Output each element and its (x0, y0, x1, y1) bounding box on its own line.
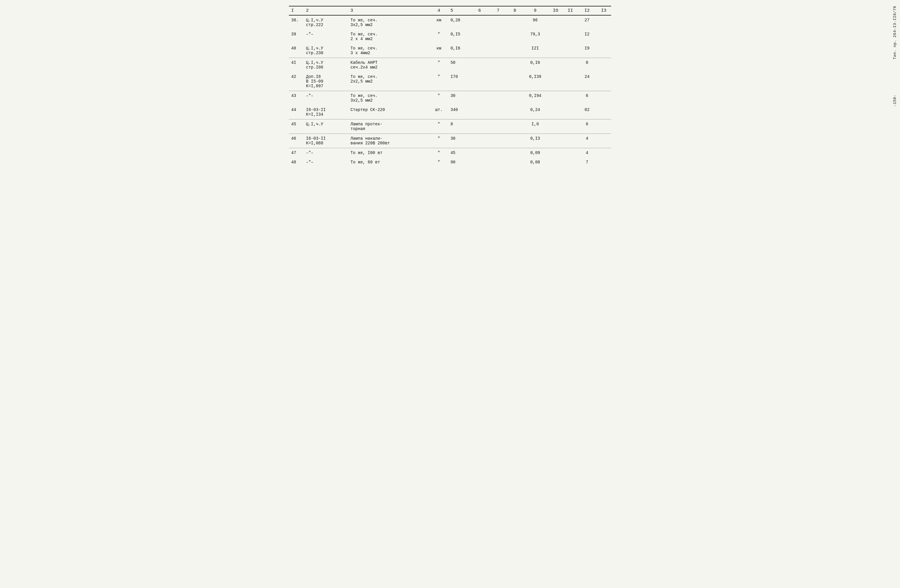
cell-6-col7 (489, 105, 507, 119)
header-col7: 7 (489, 6, 507, 15)
cell-6-col5: 340 (448, 105, 470, 119)
cell-6-col13 (596, 105, 611, 119)
cell-7-col2: Ц.I,ч.У (304, 119, 348, 134)
cell-10-col6 (470, 158, 489, 167)
table-row: 38.Ц.I,ч.Устр.222То же, сеч.3х2,5 мм2км0… (289, 15, 611, 29)
cell-1-col9: 79,3 (522, 29, 548, 43)
cell-0-col9: 96 (522, 15, 548, 29)
cell-4-col4: " (430, 72, 448, 91)
cell-0-col1: 38. (289, 15, 304, 29)
cell-2-col6 (470, 43, 489, 58)
cell-8-col12: 4 (578, 134, 596, 148)
cell-7-col1: 45 (289, 119, 304, 134)
cell-1-col13 (596, 29, 611, 43)
cell-4-col8 (507, 72, 522, 91)
cell-10-col5: 90 (448, 158, 470, 167)
cell-7-col5: 8 (448, 119, 470, 134)
cell-3-col4: " (430, 58, 448, 72)
cell-6-col4: шт. (430, 105, 448, 119)
cell-5-col1: 43 (289, 91, 304, 105)
cell-0-col2: Ц.I,ч.Устр.222 (304, 15, 348, 29)
cell-8-col7 (489, 134, 507, 148)
table-row: 4IЦ.I,ч.Устр.I06Кабель АНРТсеч.2х4 мм2"5… (289, 58, 611, 72)
cell-8-col13 (596, 134, 611, 148)
table-row: 48–"–То же, 60 вт"900,087 (289, 158, 611, 167)
cell-0-col11 (563, 15, 578, 29)
cell-2-col8 (507, 43, 522, 58)
cell-1-col8 (507, 29, 522, 43)
cell-6-col10 (548, 105, 563, 119)
cell-9-col2: –"– (304, 148, 348, 158)
cell-7-col6 (470, 119, 489, 134)
cell-7-col13 (596, 119, 611, 134)
cell-5-col2: –"– (304, 91, 348, 105)
cell-0-col13 (596, 15, 611, 29)
cell-4-col12: 24 (578, 72, 596, 91)
cell-4-col5: I70 (448, 72, 470, 91)
cell-2-col12: I9 (578, 43, 596, 58)
side-label-1: Тип. пр. 264-I3-II8/76 (893, 6, 897, 59)
cell-7-col9: I,0 (522, 119, 548, 134)
header-col6: 6 (470, 6, 489, 15)
cell-9-col7 (489, 148, 507, 158)
cell-9-col8 (507, 148, 522, 158)
table-row: 46I6-03-IIК=I,088Лампа накали-вания 220В… (289, 134, 611, 148)
cell-4-col3: То же, сеч.2х2,5 мм2 (348, 72, 430, 91)
header-col8: 8 (507, 6, 522, 15)
cell-2-col2: Ц.I,ч.Устр.230 (304, 43, 348, 58)
cell-9-col1: 47 (289, 148, 304, 158)
cell-9-col9: 0,09 (522, 148, 548, 158)
cell-1-col11 (563, 29, 578, 43)
cell-6-col12: 82 (578, 105, 596, 119)
cell-0-col12: 27 (578, 15, 596, 29)
cell-2-col4: км (430, 43, 448, 58)
cell-3-col12: 8 (578, 58, 596, 72)
cell-6-col9: 0,24 (522, 105, 548, 119)
cell-10-col10 (548, 158, 563, 167)
cell-10-col7 (489, 158, 507, 167)
cell-7-col11 (563, 119, 578, 134)
cell-8-col3: Лампа накали-вания 220В 200вт (348, 134, 430, 148)
cell-10-col12: 7 (578, 158, 596, 167)
cell-8-col2: I6-03-IIК=I,088 (304, 134, 348, 148)
cell-3-col6 (470, 58, 489, 72)
side-label-2: -150- (893, 94, 897, 107)
cell-7-col3: Лампа протек-торная (348, 119, 430, 134)
cell-3-col9: 0,I6 (522, 58, 548, 72)
cell-1-col6 (470, 29, 489, 43)
cell-5-col13 (596, 91, 611, 105)
cell-0-col10 (548, 15, 563, 29)
cell-3-col1: 4I (289, 58, 304, 72)
cell-2-col13 (596, 43, 611, 58)
cell-6-col3: Стартер СК-220 (348, 105, 430, 119)
cell-0-col7 (489, 15, 507, 29)
cell-3-col3: Кабель АНРТсеч.2х4 мм2 (348, 58, 430, 72)
page-wrapper: I 2 3 4 5 6 7 8 9 IO II I2 I3 38.Ц.I,ч.У… (289, 6, 611, 167)
cell-0-col5: 0,28 (448, 15, 470, 29)
cell-4-col9: 0,I39 (522, 72, 548, 91)
cell-4-col6 (470, 72, 489, 91)
cell-1-col10 (548, 29, 563, 43)
cell-1-col12: I2 (578, 29, 596, 43)
table-row: 44I6-03-IIК=I,I34Стартер СК-220шт.3400,2… (289, 105, 611, 119)
cell-9-col10 (548, 148, 563, 158)
cell-4-col11 (563, 72, 578, 91)
cell-3-col7 (489, 58, 507, 72)
cell-8-col4: " (430, 134, 448, 148)
header-col2: 2 (304, 6, 348, 15)
header-col13: I3 (596, 6, 611, 15)
cell-2-col1: 40 (289, 43, 304, 58)
cell-1-col5: 0,I5 (448, 29, 470, 43)
table-row: 47–"–То же, I00 вт"450,094 (289, 148, 611, 158)
cell-7-col8 (507, 119, 522, 134)
cell-3-col8 (507, 58, 522, 72)
cell-9-col12: 4 (578, 148, 596, 158)
table-row: 40Ц.I,ч.Устр.230То же, сеч.3 х 4мм2км0,I… (289, 43, 611, 58)
cell-5-col4: " (430, 91, 448, 105)
cell-4-col1: 42 (289, 72, 304, 91)
cell-5-col8 (507, 91, 522, 105)
cell-10-col3: То же, 60 вт (348, 158, 430, 167)
cell-2-col7 (489, 43, 507, 58)
cell-2-col11 (563, 43, 578, 58)
cell-8-col6 (470, 134, 489, 148)
